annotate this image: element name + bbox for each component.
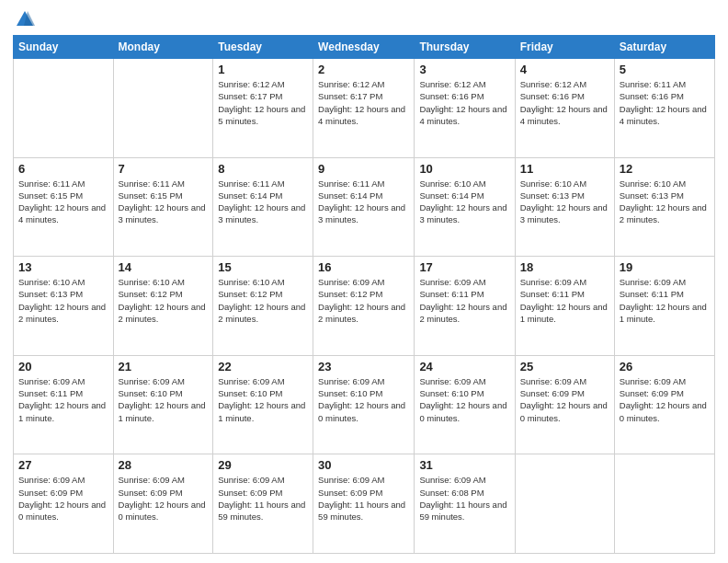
day-info: Sunrise: 6:11 AM Sunset: 6:15 PM Dayligh… [18, 178, 108, 226]
day-number: 21 [119, 360, 209, 373]
day-info: Sunrise: 6:10 AM Sunset: 6:13 PM Dayligh… [620, 178, 710, 226]
calendar-cell: 12Sunrise: 6:10 AM Sunset: 6:13 PM Dayli… [614, 157, 714, 257]
day-number: 4 [520, 63, 609, 76]
day-number: 31 [419, 458, 509, 472]
calendar-table: SundayMondayTuesdayWednesdayThursdayFrid… [13, 35, 715, 554]
weekday-header-thursday: Thursday [415, 36, 515, 59]
day-info: Sunrise: 6:09 AM Sunset: 6:09 PM Dayligh… [620, 375, 710, 424]
day-info: Sunrise: 6:09 AM Sunset: 6:11 PM Dayligh… [620, 276, 710, 325]
calendar-cell: 13Sunrise: 6:10 AM Sunset: 6:13 PM Dayli… [14, 257, 114, 356]
day-number: 6 [18, 162, 108, 176]
calendar-cell: 30Sunrise: 6:09 AM Sunset: 6:09 PM Dayli… [313, 454, 415, 554]
calendar-cell: 11Sunrise: 6:10 AM Sunset: 6:13 PM Dayli… [515, 157, 614, 257]
weekday-header-wednesday: Wednesday [313, 36, 415, 59]
calendar-cell: 27Sunrise: 6:09 AM Sunset: 6:09 PM Dayli… [14, 454, 114, 554]
day-number: 8 [218, 162, 308, 176]
calendar-cell: 31Sunrise: 6:09 AM Sunset: 6:08 PM Dayli… [415, 454, 515, 554]
day-number: 11 [520, 162, 609, 176]
calendar-cell: 15Sunrise: 6:10 AM Sunset: 6:12 PM Dayli… [213, 257, 313, 356]
day-number: 15 [218, 260, 308, 274]
weekday-header-saturday: Saturday [614, 36, 714, 59]
calendar-cell: 18Sunrise: 6:09 AM Sunset: 6:11 PM Dayli… [515, 257, 614, 356]
day-info: Sunrise: 6:11 AM Sunset: 6:14 PM Dayligh… [218, 178, 308, 226]
day-info: Sunrise: 6:09 AM Sunset: 6:09 PM Dayligh… [18, 474, 108, 523]
day-info: Sunrise: 6:12 AM Sunset: 6:17 PM Dayligh… [218, 78, 308, 127]
calendar-week-row: 20Sunrise: 6:09 AM Sunset: 6:11 PM Dayli… [14, 355, 715, 454]
calendar-cell: 9Sunrise: 6:11 AM Sunset: 6:14 PM Daylig… [313, 157, 415, 257]
calendar-cell [515, 454, 614, 554]
calendar-cell [113, 59, 213, 158]
day-number: 29 [218, 458, 308, 472]
day-info: Sunrise: 6:10 AM Sunset: 6:13 PM Dayligh… [520, 178, 609, 226]
day-info: Sunrise: 6:09 AM Sunset: 6:09 PM Dayligh… [520, 375, 609, 424]
calendar-cell: 28Sunrise: 6:09 AM Sunset: 6:09 PM Dayli… [113, 454, 213, 554]
calendar-cell: 24Sunrise: 6:09 AM Sunset: 6:10 PM Dayli… [415, 355, 515, 454]
logo-icon [15, 9, 35, 29]
calendar-cell: 5Sunrise: 6:11 AM Sunset: 6:16 PM Daylig… [614, 59, 714, 158]
day-info: Sunrise: 6:12 AM Sunset: 6:16 PM Dayligh… [419, 78, 509, 127]
calendar-cell: 25Sunrise: 6:09 AM Sunset: 6:09 PM Dayli… [515, 355, 614, 454]
calendar-cell: 6Sunrise: 6:11 AM Sunset: 6:15 PM Daylig… [14, 157, 114, 257]
day-number: 2 [318, 63, 409, 76]
day-info: Sunrise: 6:12 AM Sunset: 6:16 PM Dayligh… [520, 78, 609, 127]
calendar-week-row: 27Sunrise: 6:09 AM Sunset: 6:09 PM Dayli… [14, 454, 715, 554]
weekday-header-row: SundayMondayTuesdayWednesdayThursdayFrid… [14, 36, 715, 59]
calendar-cell: 20Sunrise: 6:09 AM Sunset: 6:11 PM Dayli… [14, 355, 114, 454]
day-number: 16 [318, 260, 409, 274]
day-number: 9 [318, 162, 409, 176]
day-info: Sunrise: 6:09 AM Sunset: 6:10 PM Dayligh… [218, 375, 308, 424]
day-info: Sunrise: 6:09 AM Sunset: 6:11 PM Dayligh… [419, 276, 509, 325]
calendar-week-row: 1Sunrise: 6:12 AM Sunset: 6:17 PM Daylig… [14, 59, 715, 158]
day-info: Sunrise: 6:09 AM Sunset: 6:10 PM Dayligh… [119, 375, 209, 424]
day-info: Sunrise: 6:09 AM Sunset: 6:11 PM Dayligh… [520, 276, 609, 325]
weekday-header-tuesday: Tuesday [213, 36, 313, 59]
day-info: Sunrise: 6:11 AM Sunset: 6:14 PM Dayligh… [318, 178, 409, 226]
day-info: Sunrise: 6:09 AM Sunset: 6:12 PM Dayligh… [318, 276, 409, 325]
calendar-week-row: 6Sunrise: 6:11 AM Sunset: 6:15 PM Daylig… [14, 157, 715, 257]
day-info: Sunrise: 6:10 AM Sunset: 6:12 PM Dayligh… [119, 276, 209, 325]
calendar-cell: 8Sunrise: 6:11 AM Sunset: 6:14 PM Daylig… [213, 157, 313, 257]
day-info: Sunrise: 6:10 AM Sunset: 6:13 PM Dayligh… [18, 276, 108, 325]
weekday-header-monday: Monday [113, 36, 213, 59]
day-number: 10 [419, 162, 509, 176]
logo [13, 9, 35, 29]
calendar-cell: 21Sunrise: 6:09 AM Sunset: 6:10 PM Dayli… [113, 355, 213, 454]
day-info: Sunrise: 6:12 AM Sunset: 6:17 PM Dayligh… [318, 78, 409, 127]
day-number: 30 [318, 458, 409, 472]
weekday-header-sunday: Sunday [14, 36, 114, 59]
day-info: Sunrise: 6:11 AM Sunset: 6:15 PM Dayligh… [119, 178, 209, 226]
weekday-header-friday: Friday [515, 36, 614, 59]
calendar-cell: 1Sunrise: 6:12 AM Sunset: 6:17 PM Daylig… [213, 59, 313, 158]
calendar-cell: 4Sunrise: 6:12 AM Sunset: 6:16 PM Daylig… [515, 59, 614, 158]
calendar-cell: 17Sunrise: 6:09 AM Sunset: 6:11 PM Dayli… [415, 257, 515, 356]
day-number: 1 [218, 63, 308, 76]
day-number: 27 [18, 458, 108, 472]
header [13, 9, 715, 29]
calendar-cell: 16Sunrise: 6:09 AM Sunset: 6:12 PM Dayli… [313, 257, 415, 356]
page: SundayMondayTuesdayWednesdayThursdayFrid… [0, 0, 728, 563]
day-info: Sunrise: 6:09 AM Sunset: 6:09 PM Dayligh… [119, 474, 209, 523]
day-number: 17 [419, 260, 509, 274]
day-info: Sunrise: 6:09 AM Sunset: 6:10 PM Dayligh… [318, 375, 409, 424]
calendar-cell: 19Sunrise: 6:09 AM Sunset: 6:11 PM Dayli… [614, 257, 714, 356]
calendar-cell: 14Sunrise: 6:10 AM Sunset: 6:12 PM Dayli… [113, 257, 213, 356]
day-info: Sunrise: 6:10 AM Sunset: 6:12 PM Dayligh… [218, 276, 308, 325]
day-number: 3 [419, 63, 509, 76]
calendar-cell: 26Sunrise: 6:09 AM Sunset: 6:09 PM Dayli… [614, 355, 714, 454]
calendar-week-row: 13Sunrise: 6:10 AM Sunset: 6:13 PM Dayli… [14, 257, 715, 356]
day-number: 20 [18, 360, 108, 373]
day-number: 22 [218, 360, 308, 373]
day-number: 25 [520, 360, 609, 373]
calendar-cell: 10Sunrise: 6:10 AM Sunset: 6:14 PM Dayli… [415, 157, 515, 257]
calendar-cell: 3Sunrise: 6:12 AM Sunset: 6:16 PM Daylig… [415, 59, 515, 158]
day-number: 24 [419, 360, 509, 373]
day-number: 5 [620, 63, 710, 76]
day-number: 13 [18, 260, 108, 274]
day-number: 7 [119, 162, 209, 176]
calendar-cell [614, 454, 714, 554]
day-info: Sunrise: 6:11 AM Sunset: 6:16 PM Dayligh… [620, 78, 710, 127]
day-info: Sunrise: 6:09 AM Sunset: 6:08 PM Dayligh… [419, 474, 509, 523]
day-info: Sunrise: 6:09 AM Sunset: 6:09 PM Dayligh… [318, 474, 409, 523]
day-number: 28 [119, 458, 209, 472]
day-number: 19 [620, 260, 710, 274]
